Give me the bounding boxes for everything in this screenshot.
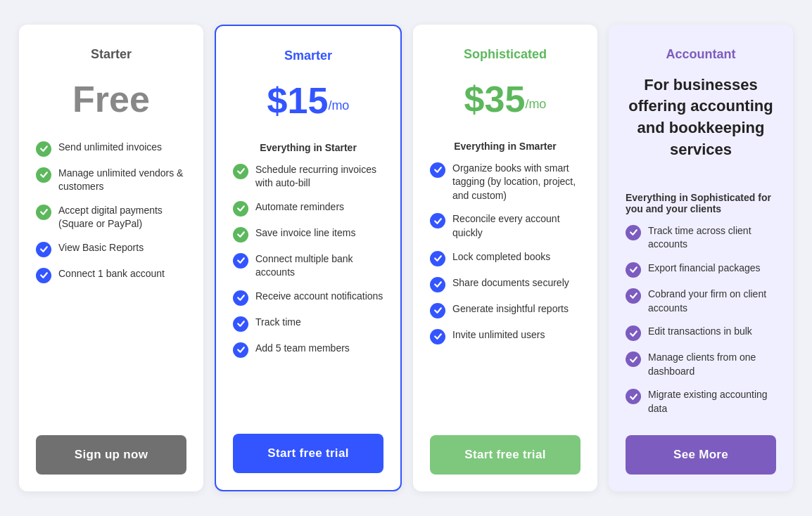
feature-text: Invite unlimited users [452,328,545,342]
check-icon [36,268,51,283]
feature-text: Organize books with smart tagging (by lo… [452,162,581,203]
list-item: Migrate existing accounting data [626,388,776,415]
sophisticated-cta-button[interactable]: Start free trial [430,435,581,475]
check-icon [430,251,445,266]
card-smarter: Smarter$15/moEverything in Starter Sched… [215,25,402,492]
list-item: Save invoice line items [233,226,383,243]
list-item: Track time across client accounts [626,224,776,252]
check-icon [36,141,51,157]
sophisticated-section-header: Everything in Smarter [430,141,581,152]
list-item: Generate insightful reports [430,302,581,318]
list-item: Share documents securely [430,276,581,292]
feature-text: Save invoice line items [255,226,355,240]
smarter-cta-button[interactable]: Start free trial [233,434,383,473]
check-icon [626,288,641,304]
list-item: Add 5 team members [233,342,383,358]
accountant-tagline: For businesses offering accounting and b… [626,75,776,161]
list-item: Schedule recurring invoices with auto-bi… [233,163,383,191]
feature-text: Generate insightful reports [452,302,569,316]
starter-price-area: Free [36,75,186,124]
sophisticated-features-list: Organize books with smart tagging (by lo… [430,162,581,416]
list-item: Invite unlimited users [430,328,581,344]
list-item: Manage clients from one dashboard [626,351,776,378]
starter-features-list: Send unlimited invoices Manage unlimited… [36,141,186,416]
check-icon [626,351,641,367]
smarter-price-area: $15/mo [233,76,383,125]
feature-text: Receive account notifications [255,290,383,304]
feature-text: Connect 1 bank account [58,267,165,281]
starter-title: Starter [36,47,186,62]
feature-text: Add 5 team members [255,342,350,356]
check-icon [430,213,445,228]
check-icon [233,342,248,358]
check-icon [233,164,248,179]
feature-text: Accept digital payments (Square or PayPa… [58,204,186,231]
pricing-container: StarterFree Send unlimited invoices Mana… [19,25,793,492]
list-item: Manage unlimited vendors & customers [36,167,186,194]
list-item: Automate reminders [233,200,383,217]
list-item: Reconcile every account quickly [430,212,581,240]
check-icon [36,242,51,257]
card-starter: StarterFree Send unlimited invoices Mana… [19,25,203,492]
check-icon [233,201,248,217]
accountant-features-list: Track time across client accounts Export… [626,224,776,416]
sophisticated-price-area: $35/mo [430,75,581,124]
check-icon [233,253,248,269]
list-item: Receive account notifications [233,290,383,306]
accountant-cta-button[interactable]: See More [626,435,776,475]
check-icon [233,290,248,306]
feature-text: Lock completed books [452,250,550,264]
check-icon [233,316,248,332]
accountant-section-header: Everything in Sophisticated for you and … [626,192,776,214]
feature-text: Manage clients from one dashboard [648,351,776,378]
sophisticated-price-amount: $35 [464,81,526,117]
feature-text: Share documents securely [452,276,569,290]
check-icon [626,262,641,278]
sophisticated-price-row: $35/mo [464,81,547,117]
sophisticated-price-mo: /mo [525,97,546,112]
list-item: Track time [233,316,383,332]
list-item: Send unlimited invoices [36,141,186,157]
smarter-price-mo: /mo [328,98,349,113]
starter-cta-button[interactable]: Sign up now [36,435,186,475]
list-item: Export financial packages [626,262,776,278]
card-accountant: AccountantFor businesses offering accoun… [609,25,793,492]
list-item: View Basic Reports [36,241,186,257]
feature-text: Manage unlimited vendors & customers [58,167,186,194]
smarter-section-header: Everything in Starter [233,142,383,153]
feature-text: Track time across client accounts [648,224,776,252]
check-icon [36,167,51,183]
list-item: Connect multiple bank accounts [233,252,383,280]
list-item: Lock completed books [430,250,581,266]
sophisticated-cta-area: Start free trial [430,435,581,475]
smarter-price-row: $15/mo [267,82,350,119]
feature-text: Migrate existing accounting data [648,388,776,415]
check-icon [626,325,641,341]
list-item: Connect 1 bank account [36,267,186,283]
check-icon [233,227,248,243]
starter-cta-area: Sign up now [36,435,186,475]
starter-price-free: Free [72,78,150,120]
list-item: Accept digital payments (Square or PayPa… [36,204,186,231]
check-icon [626,389,641,404]
card-sophisticated: Sophisticated$35/moEverything in Smarter… [413,25,597,492]
feature-text: View Basic Reports [58,241,144,255]
feature-text: Edit transactions in bulk [648,325,752,339]
feature-text: Schedule recurring invoices with auto-bi… [255,163,383,191]
check-icon [430,162,445,178]
feature-text: Track time [255,316,301,330]
accountant-price-area: For businesses offering accounting and b… [626,75,776,175]
accountant-title: Accountant [626,47,776,62]
check-icon [430,277,445,292]
feature-text: Cobrand your firm on client accounts [648,288,776,315]
sophisticated-title: Sophisticated [430,47,581,62]
feature-text: Automate reminders [255,200,344,214]
smarter-price-amount: $15 [267,82,329,119]
check-icon [36,205,51,220]
list-item: Cobrand your firm on client accounts [626,288,776,315]
feature-text: Reconcile every account quickly [452,212,581,240]
feature-text: Export financial packages [648,262,761,276]
check-icon [626,225,641,240]
feature-text: Send unlimited invoices [58,141,162,155]
smarter-cta-area: Start free trial [233,434,383,473]
